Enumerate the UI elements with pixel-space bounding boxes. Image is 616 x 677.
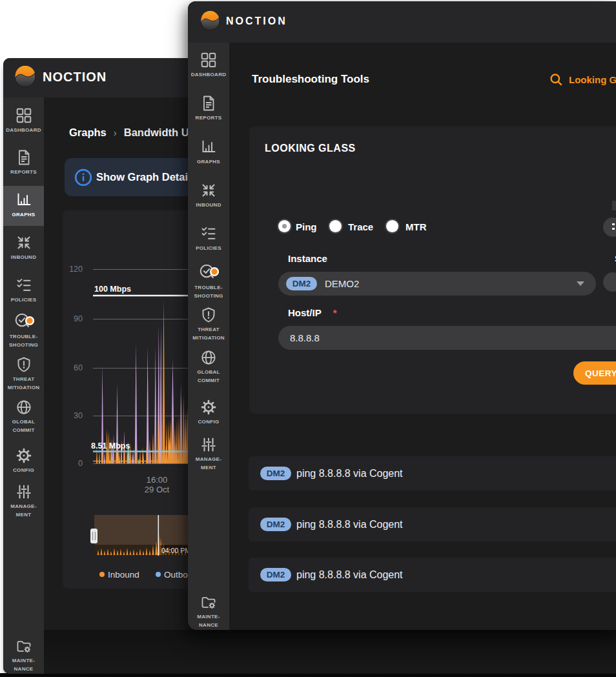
svg-text:8.51 Mbps: 8.51 Mbps (91, 441, 130, 450)
svg-text:60: 60 (74, 363, 83, 372)
svg-text:0: 0 (78, 459, 83, 468)
svg-text:90: 90 (74, 314, 83, 323)
svg-text:16:00: 16:00 (147, 475, 168, 485)
svg-text:30: 30 (74, 411, 83, 420)
svg-text:29 Oct: 29 Oct (145, 485, 170, 494)
svg-text:120: 120 (69, 265, 83, 274)
svg-text:100 Mbps: 100 Mbps (94, 285, 131, 294)
svg-text:Inbound: Inbound (108, 570, 139, 580)
svg-text:04:00 PM: 04:00 PM (161, 547, 190, 554)
